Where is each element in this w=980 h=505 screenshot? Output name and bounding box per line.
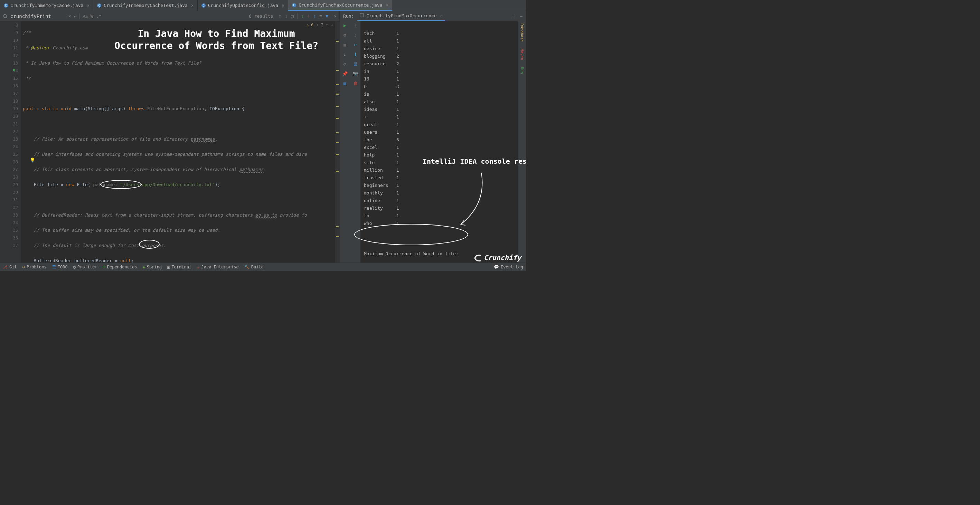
close-icon[interactable]: ×: [386, 2, 389, 8]
enter-icon[interactable]: ↵: [74, 13, 77, 19]
close-icon[interactable]: ×: [191, 3, 194, 8]
tab-updateconfig[interactable]: C CrunchifyUpdateConfig.java ×: [198, 0, 288, 11]
pin-icon[interactable]: 📌: [342, 70, 348, 77]
status-label: Java Enterprise: [201, 265, 239, 270]
maven-tab[interactable]: Maven: [520, 49, 524, 60]
run-toolbar-console: ↑ ↓ ↩ ⤓ 🖶 📷 🗑: [350, 21, 360, 262]
status-label: TODO: [58, 265, 68, 270]
run-gutter-icon[interactable]: ▶: [13, 67, 16, 72]
minimize-icon[interactable]: —: [520, 13, 522, 19]
console-line: who 1: [364, 220, 514, 227]
code-text: IOException: [209, 106, 239, 111]
console-line: the 3: [364, 136, 514, 144]
console-line: ideas 1: [364, 106, 514, 113]
dump-threads-icon[interactable]: ⇣: [342, 51, 348, 57]
clear-search-icon[interactable]: ×: [68, 13, 71, 19]
remove-selection-icon[interactable]: ⇩: [307, 13, 310, 19]
filter-layout-icon[interactable]: ≡: [320, 13, 322, 19]
next-match-icon[interactable]: ↓: [285, 13, 288, 19]
code-text: new: [66, 182, 74, 187]
console-line: is 1: [364, 91, 514, 98]
stop-icon[interactable]: ■: [342, 41, 348, 48]
profiler-status[interactable]: ◷Profiler: [73, 265, 97, 270]
separator: [80, 13, 80, 19]
select-all-icon[interactable]: ⇕: [313, 13, 316, 19]
code-text: String: [88, 106, 104, 111]
code-text: args: [112, 106, 123, 111]
scroll-end-icon[interactable]: ⤓: [352, 51, 358, 57]
eventlog-status[interactable]: 💬Event Log: [494, 265, 523, 270]
code-text: File: [33, 182, 44, 187]
todo-status[interactable]: ☰TODO: [52, 265, 68, 270]
inspection-badges[interactable]: ⚠ 6 ⚡ 7 ↑ ↓: [307, 23, 333, 27]
code-text: main: [74, 106, 85, 111]
console-line: great 1: [364, 121, 514, 129]
code-text: @author: [31, 45, 50, 51]
rerun-icon[interactable]: ▶: [342, 22, 348, 28]
tab-inmemorycachetest[interactable]: C CrunchifyInmemoryCacheTest.java ×: [93, 0, 197, 11]
print-icon[interactable]: 🖶: [352, 61, 358, 67]
console-line: online 1: [364, 197, 514, 205]
tab-inmemorycache[interactable]: C CrunchifyInmemoryCache.java ×: [0, 0, 93, 11]
terminal-status[interactable]: ▣Terminal: [167, 265, 191, 270]
run-console[interactable]: tech 1all 1desire 1blogging 2resource 2i…: [360, 21, 518, 262]
database-tab[interactable]: Database: [520, 24, 524, 42]
settings-icon[interactable]: ⋮: [512, 13, 516, 19]
intention-bulb-icon[interactable]: 💡: [30, 157, 35, 163]
filter-icon[interactable]: ▼: [326, 13, 328, 19]
soft-wrap-icon[interactable]: ↩: [352, 41, 358, 48]
console-line: help 1: [364, 151, 514, 159]
status-label: Build: [251, 265, 264, 270]
prev-match-icon[interactable]: ↑: [279, 13, 282, 19]
code-text: pathnames: [190, 137, 215, 141]
close-search-icon[interactable]: ×: [334, 13, 337, 19]
je-status[interactable]: ☕Java Enterprise: [197, 265, 239, 270]
error-stripe[interactable]: [335, 21, 339, 262]
git-status[interactable]: ⎇Git: [3, 265, 17, 270]
screenshot-icon[interactable]: 📷: [352, 70, 358, 77]
code-text: .: [215, 137, 218, 141]
problems-status[interactable]: ⊘Problems: [22, 265, 47, 270]
run-tab-label: CrunchifyFindMaxOccurrence: [366, 13, 437, 18]
layout-icon[interactable]: ▦: [342, 80, 348, 86]
regex-icon[interactable]: .*: [96, 13, 102, 19]
run-tab-side[interactable]: Run: [520, 67, 524, 74]
line-gutter[interactable]: 8910111213141516171819202122232425262728…: [0, 21, 21, 262]
close-icon[interactable]: ×: [282, 3, 285, 8]
code-text: // This class presents an abstract, syst…: [33, 167, 239, 172]
match-case-icon[interactable]: Aa: [83, 13, 88, 19]
separator: [297, 13, 298, 19]
code-text: File: [77, 182, 88, 187]
words-icon[interactable]: W: [91, 13, 93, 19]
code-text: Crunchify.com: [50, 45, 88, 51]
console-line: 16 1: [364, 75, 514, 83]
search-icon[interactable]: [3, 14, 8, 19]
close-icon[interactable]: ×: [440, 13, 443, 18]
console-line: reality 1: [364, 205, 514, 212]
console-line: tech 1: [364, 30, 514, 37]
up-icon[interactable]: ↑: [352, 22, 358, 28]
search-input[interactable]: [10, 13, 66, 19]
console-line: site 1: [364, 159, 514, 167]
settings-icon[interactable]: ⚙: [342, 32, 348, 38]
svg-text:C: C: [293, 3, 295, 7]
tab-findmaxoccurrence[interactable]: C CrunchifyFindMaxOccurrence.java ×: [288, 0, 392, 11]
right-tool-sidebar: Database Maven Run: [518, 21, 526, 262]
deps-status[interactable]: ⊞Dependencies: [103, 265, 137, 270]
code-text: // The default is large enough for most …: [33, 243, 166, 248]
svg-line-9: [6, 17, 8, 18]
code-editor[interactable]: /** * @author Crunchify.com * In Java Ho…: [21, 21, 335, 262]
add-selection-icon[interactable]: ⇧: [301, 13, 304, 19]
spring-status[interactable]: ❀Spring: [143, 265, 162, 270]
run-tab[interactable]: CrunchifyFindMaxOccurrence ×: [357, 11, 445, 21]
exit-icon[interactable]: ⎋: [342, 61, 348, 67]
code-text: // File: An abstract representation of f…: [33, 137, 190, 141]
down-icon[interactable]: ↓: [352, 32, 358, 38]
clear-icon[interactable]: 🗑: [352, 80, 358, 86]
java-class-icon: C: [201, 3, 206, 8]
build-status[interactable]: 🔨Build: [244, 265, 264, 270]
search-result-count: 6 results: [249, 13, 273, 19]
close-icon[interactable]: ×: [87, 3, 89, 8]
warn-count: 6: [311, 23, 313, 27]
new-window-icon[interactable]: ▢: [291, 13, 294, 19]
